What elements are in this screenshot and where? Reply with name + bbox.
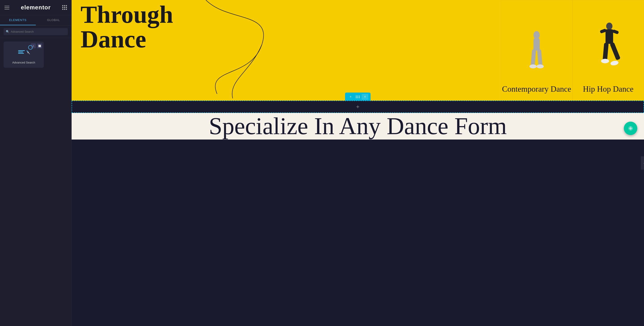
- empty-section[interactable]: +: [72, 101, 644, 113]
- svg-point-6: [606, 22, 612, 30]
- search-line-3: [18, 53, 24, 54]
- tab-elements[interactable]: ELEMENTS: [0, 15, 36, 25]
- sidebar-search-area: 🔍: [0, 25, 72, 38]
- move-icon: [356, 96, 360, 98]
- fab-teal-button[interactable]: [624, 122, 637, 135]
- advanced-search-widget-icon: ↖: [15, 45, 33, 59]
- magnifier-icon: [26, 45, 33, 52]
- svg-point-12: [601, 59, 609, 63]
- svg-rect-3: [537, 49, 542, 66]
- svg-point-5: [536, 64, 544, 68]
- toolbar-add-button[interactable]: +: [347, 94, 354, 100]
- sidebar-tabs: ELEMENTS GLOBAL: [0, 15, 72, 25]
- svg-rect-10: [602, 43, 609, 61]
- contemporary-dancer-svg: [516, 17, 557, 80]
- tab-global[interactable]: GLOBAL: [36, 15, 72, 25]
- dance-card-hiphop: Hip Hop Dance: [572, 0, 644, 101]
- yellow-dance-section: Through Dance: [72, 0, 644, 101]
- apps-grid-icon[interactable]: [62, 5, 67, 10]
- add-section-plus-icon: +: [356, 103, 360, 110]
- svg-rect-16: [629, 128, 632, 129]
- svg-point-0: [534, 31, 540, 39]
- brand-logo: elementor: [21, 4, 50, 11]
- svg-rect-7: [606, 29, 613, 44]
- app-wrapper: elementor ELEMENTS GLOBAL 🔍 A ⬜: [0, 0, 644, 326]
- search-line-1: [18, 50, 25, 51]
- contemporary-dance-title: Contemporary Dance: [502, 80, 571, 100]
- search-input[interactable]: [4, 28, 68, 35]
- cream-section: Specialize In Any Dance Form: [72, 113, 644, 140]
- sidebar: elementor ELEMENTS GLOBAL 🔍 A ⬜: [0, 0, 72, 326]
- sidebar-collapse-toggle[interactable]: ‹: [641, 156, 644, 170]
- decorative-swoosh: [139, 0, 295, 101]
- hiphop-dancer-image: [572, 0, 644, 80]
- svg-rect-2: [530, 49, 536, 66]
- dance-card-contemporary: Contemporary Dance: [501, 0, 572, 101]
- sidebar-content: A ⬜ ↖ Advanced Search: [0, 38, 72, 326]
- search-lines-icon: [18, 50, 25, 54]
- section-toolbar: + ×: [345, 93, 370, 101]
- widget-icon-image[interactable]: ⬜: [37, 43, 42, 48]
- dance-cards-row: Contemporary Dance: [501, 0, 644, 101]
- magnifier-circle: [28, 45, 33, 50]
- magnifier-handle: [26, 50, 28, 52]
- fab-icon: [628, 125, 634, 131]
- svg-point-4: [530, 64, 536, 68]
- contemporary-dancer-image: [501, 0, 572, 80]
- widget-card-advanced-search: A ⬜ ↖ Advanced Search: [4, 41, 44, 68]
- toolbar-close-button[interactable]: ×: [362, 94, 368, 100]
- search-icon: 🔍: [6, 30, 10, 33]
- svg-point-13: [610, 60, 619, 66]
- sidebar-header: elementor: [0, 0, 72, 15]
- specialize-title: Specialize In Any Dance Form: [209, 113, 507, 140]
- main-canvas: Through Dance: [72, 0, 644, 326]
- svg-rect-1: [534, 38, 540, 50]
- hiphop-dancer-svg: [588, 17, 628, 80]
- search-line-2: [18, 52, 23, 52]
- toolbar-move-button[interactable]: [354, 94, 361, 100]
- hamburger-icon[interactable]: [4, 6, 10, 9]
- svg-rect-11: [610, 42, 621, 60]
- hiphop-dance-title: Hip Hop Dance: [583, 80, 634, 100]
- widget-label: Advanced Search: [12, 61, 35, 64]
